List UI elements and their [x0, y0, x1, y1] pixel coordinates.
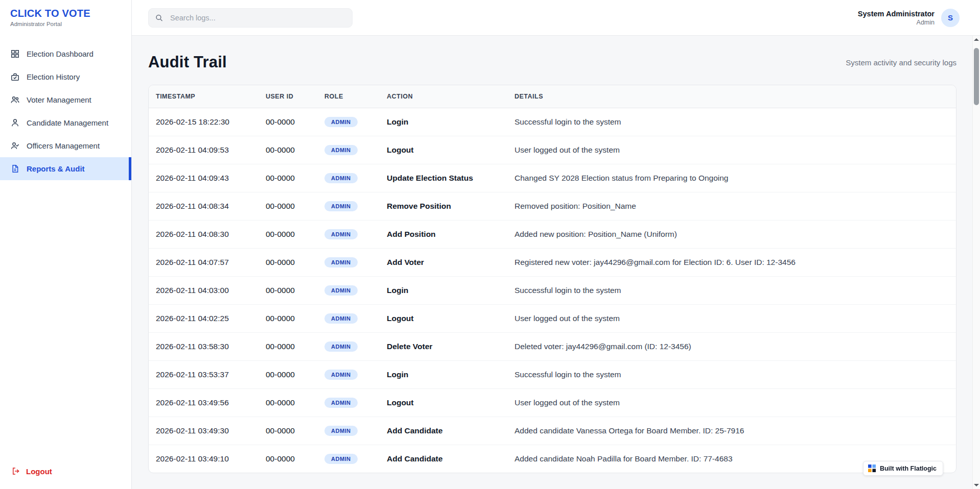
user-menu[interactable]: System Administrator Admin S: [858, 9, 960, 27]
search-input[interactable]: [148, 8, 353, 28]
scrollbar-thumb[interactable]: [974, 48, 979, 105]
cell-user-id: 00-0000: [259, 277, 317, 305]
cell-timestamp: 2026-02-11 04:07:57: [149, 249, 259, 277]
audit-table-head: TIMESTAMP USER ID ROLE ACTION DETAILS: [149, 85, 956, 108]
cell-role: ADMIN: [317, 417, 380, 445]
cell-action: Logout: [380, 136, 507, 164]
cell-role: ADMIN: [317, 221, 380, 249]
cell-role: ADMIN: [317, 249, 380, 277]
cell-action: Update Election Status: [380, 164, 507, 192]
cell-action: Delete Voter: [380, 333, 507, 361]
sidebar-item-label: Election History: [27, 72, 80, 81]
cell-timestamp: 2026-02-11 03:49:10: [149, 445, 259, 473]
cell-timestamp: 2026-02-15 18:22:30: [149, 108, 259, 136]
page-header: Audit Trail System activity and security…: [148, 53, 956, 71]
scrollbar-down-arrow[interactable]: [974, 484, 979, 486]
page-title: Audit Trail: [148, 53, 227, 71]
cell-details: User logged out of the system: [507, 305, 956, 333]
table-row: 2026-02-11 04:08:34 00-0000 ADMIN Remove…: [149, 192, 956, 221]
sidebar-item-voter-management[interactable]: Voter Management: [0, 88, 131, 111]
brand-subtitle: Administrator Portal: [10, 21, 121, 27]
cell-action: Add Position: [380, 221, 507, 249]
cell-role: ADMIN: [317, 333, 380, 361]
role-badge: ADMIN: [324, 173, 358, 183]
cell-action: Login: [380, 277, 507, 305]
table-row: 2026-02-11 04:08:30 00-0000 ADMIN Add Po…: [149, 221, 956, 249]
role-badge: ADMIN: [324, 426, 358, 436]
cell-details: Changed SY 2028 Election status from Pre…: [507, 164, 956, 192]
column-header-timestamp: TIMESTAMP: [149, 85, 259, 108]
flatlogic-badge[interactable]: Built with Flatlogic: [863, 461, 943, 476]
logout-button[interactable]: Logout: [11, 467, 120, 476]
sidebar-item-officers-management[interactable]: Officers Management: [0, 134, 131, 157]
table-row: 2026-02-11 04:02:25 00-0000 ADMIN Logout…: [149, 305, 956, 333]
role-badge: ADMIN: [324, 313, 358, 324]
sidebar-item-label: Officers Management: [27, 141, 100, 150]
role-badge: ADMIN: [324, 257, 358, 267]
cell-user-id: 00-0000: [259, 249, 317, 277]
column-header-details: DETAILS: [507, 85, 956, 108]
audit-table-body: 2026-02-15 18:22:30 00-0000 ADMIN Login …: [149, 108, 956, 473]
search-bar: [148, 8, 353, 28]
reports-icon: [10, 164, 20, 174]
cell-timestamp: 2026-02-11 04:08:34: [149, 192, 259, 221]
cell-details: Added candidate Vanessa Ortega for Board…: [507, 417, 956, 445]
role-badge: ADMIN: [324, 285, 358, 296]
sidebar-item-election-dashboard[interactable]: Election Dashboard: [0, 42, 131, 65]
cell-action: Add Candidate: [380, 445, 507, 473]
scrollbar[interactable]: [972, 36, 980, 489]
avatar[interactable]: S: [941, 9, 960, 27]
cell-role: ADMIN: [317, 305, 380, 333]
sidebar-item-label: Reports & Audit: [27, 164, 85, 173]
page-subtitle: System activity and security logs: [846, 58, 956, 67]
sidebar-item-candidate-management[interactable]: Candidate Management: [0, 111, 131, 134]
cell-action: Remove Position: [380, 192, 507, 221]
cell-user-id: 00-0000: [259, 445, 317, 473]
column-header-action: ACTION: [380, 85, 507, 108]
cell-details: Successful login to the system: [507, 277, 956, 305]
sidebar-item-election-history[interactable]: Election History: [0, 65, 131, 88]
officers-icon: [10, 141, 20, 151]
column-header-user-id: USER ID: [259, 85, 317, 108]
cell-action: Logout: [380, 305, 507, 333]
cell-action: Add Voter: [380, 249, 507, 277]
sidebar-item-label: Candidate Management: [27, 118, 108, 127]
table-row: 2026-02-11 03:49:30 00-0000 ADMIN Add Ca…: [149, 417, 956, 445]
role-badge: ADMIN: [324, 454, 358, 464]
app-window: CLICK TO VOTE Administrator Portal Elect…: [0, 0, 980, 489]
cell-user-id: 00-0000: [259, 305, 317, 333]
role-badge: ADMIN: [324, 117, 358, 127]
cell-timestamp: 2026-02-11 03:49:30: [149, 417, 259, 445]
scrollbar-up-arrow[interactable]: [974, 38, 979, 41]
table-row: 2026-02-11 03:53:37 00-0000 ADMIN Login …: [149, 361, 956, 389]
cell-user-id: 00-0000: [259, 164, 317, 192]
table-row: 2026-02-15 18:22:30 00-0000 ADMIN Login …: [149, 108, 956, 136]
role-badge: ADMIN: [324, 229, 358, 239]
column-header-role: ROLE: [317, 85, 380, 108]
cell-timestamp: 2026-02-11 04:02:25: [149, 305, 259, 333]
cell-timestamp: 2026-02-11 03:53:37: [149, 361, 259, 389]
cell-details: Successful login to the system: [507, 108, 956, 136]
cell-details: Added new position: Position_Name (Unifo…: [507, 221, 956, 249]
cell-user-id: 00-0000: [259, 417, 317, 445]
cell-user-id: 00-0000: [259, 192, 317, 221]
sidebar-nav: Election Dashboard Election History Vote…: [0, 42, 131, 180]
sidebar-item-reports-audit[interactable]: Reports & Audit: [0, 157, 131, 180]
cell-details: Registered new voter: jay44296@gmail.com…: [507, 249, 956, 277]
user-role: Admin: [858, 19, 935, 26]
cell-role: ADMIN: [317, 192, 380, 221]
cell-user-id: 00-0000: [259, 221, 317, 249]
cell-user-id: 00-0000: [259, 389, 317, 417]
cell-user-id: 00-0000: [259, 108, 317, 136]
cell-user-id: 00-0000: [259, 136, 317, 164]
logout-label: Logout: [26, 467, 52, 476]
user-name: System Administrator: [858, 10, 935, 18]
cell-timestamp: 2026-02-11 04:09:53: [149, 136, 259, 164]
audit-table-card: TIMESTAMP USER ID ROLE ACTION DETAILS 20…: [148, 85, 956, 473]
topbar: System Administrator Admin S: [132, 0, 980, 36]
role-badge: ADMIN: [324, 201, 358, 211]
brand: CLICK TO VOTE Administrator Portal: [0, 0, 131, 33]
role-badge: ADMIN: [324, 341, 358, 352]
sidebar-bottom: Logout: [0, 467, 131, 489]
cell-action: Logout: [380, 389, 507, 417]
